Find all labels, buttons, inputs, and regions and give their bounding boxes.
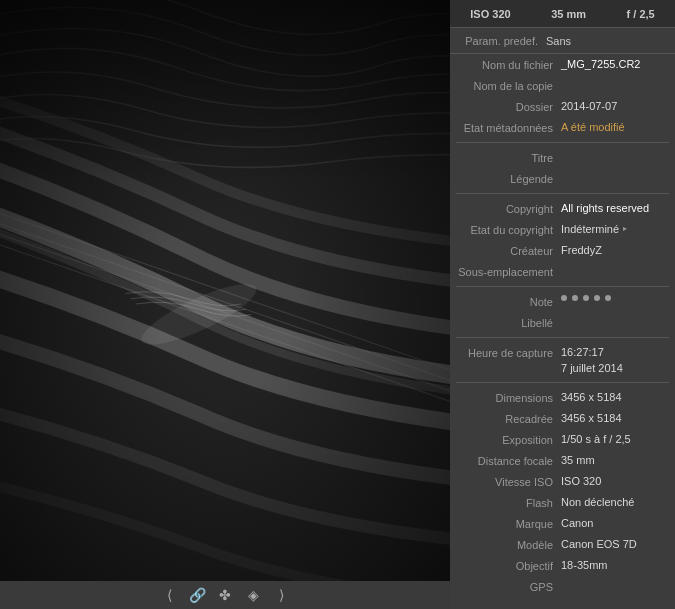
svg-rect-7 xyxy=(0,0,450,609)
distance-focale-val: 35 mm xyxy=(561,452,669,468)
dossier-val: 2014-07-07 xyxy=(561,98,669,114)
heure-capture-val: 16:27:17 7 juillet 2014 xyxy=(561,344,669,376)
iso-stat: ISO 320 xyxy=(470,8,510,20)
marque-val: Canon xyxy=(561,515,669,531)
nom-copie-row: Nom de la copie xyxy=(450,75,675,96)
nom-fichier-row: Nom du fichier _MG_7255.CR2 xyxy=(450,54,675,75)
divider-1 xyxy=(456,142,669,143)
recadree-val: 3456 x 5184 xyxy=(561,410,669,426)
etat-meta-key: Etat métadonnées xyxy=(456,119,561,136)
flash-key: Flash xyxy=(456,494,561,511)
note-dots xyxy=(561,293,611,301)
legende-row: Légende xyxy=(450,168,675,189)
toolbar-icon-3[interactable]: ✤ xyxy=(215,585,235,605)
flash-val: Non déclenché xyxy=(561,494,669,510)
copyright-key: Copyright xyxy=(456,200,561,217)
distance-focale-row: Distance focale 35 mm xyxy=(450,450,675,471)
nom-copie-key: Nom de la copie xyxy=(456,77,561,94)
gps-row: GPS xyxy=(450,576,675,597)
exposition-row: Exposition 1/50 s à f / 2,5 xyxy=(450,429,675,450)
dimensions-key: Dimensions xyxy=(456,389,561,406)
aperture-stat: f / 2,5 xyxy=(627,8,655,20)
camera-bar: ISO 320 35 mm f / 2,5 xyxy=(450,0,675,28)
toolbar-icon-5[interactable]: ⟩ xyxy=(271,585,291,605)
libelle-key: Libellé xyxy=(456,314,561,331)
recadree-row: Recadrée 3456 x 5184 xyxy=(450,408,675,429)
toolbar-icon-1[interactable]: ⟨ xyxy=(159,585,179,605)
etat-meta-val: A été modifié xyxy=(561,119,669,135)
etat-copyright-val: Indéterminé ▸ xyxy=(561,221,669,237)
exposition-key: Exposition xyxy=(456,431,561,448)
divider-2 xyxy=(456,193,669,194)
objectif-row: Objectif 18-35mm xyxy=(450,555,675,576)
copyright-row: Copyright All rights reserved xyxy=(450,198,675,219)
modele-row: Modèle Canon EOS 7D xyxy=(450,534,675,555)
heure-capture-key: Heure de capture xyxy=(456,344,561,361)
objectif-key: Objectif xyxy=(456,557,561,574)
toolbar-icon-4[interactable]: ◈ xyxy=(243,585,263,605)
recadree-key: Recadrée xyxy=(456,410,561,427)
photo-panel: ⟨ 🔗 ✤ ◈ ⟩ xyxy=(0,0,450,609)
heure-capture-row: Heure de capture 16:27:17 7 juillet 2014 xyxy=(450,342,675,378)
note-dot-4[interactable] xyxy=(594,295,600,301)
exposition-val: 1/50 s à f / 2,5 xyxy=(561,431,669,447)
legende-key: Légende xyxy=(456,170,561,187)
dossier-row: Dossier 2014-07-07 xyxy=(450,96,675,117)
sous-emplacement-row: Sous-emplacement xyxy=(450,261,675,282)
titre-row: Titre xyxy=(450,147,675,168)
toolbar-icon-2[interactable]: 🔗 xyxy=(187,585,207,605)
divider-4 xyxy=(456,337,669,338)
vitesse-iso-row: Vitesse ISO ISO 320 xyxy=(450,471,675,492)
note-dot-1[interactable] xyxy=(561,295,567,301)
modele-key: Modèle xyxy=(456,536,561,553)
etat-meta-row: Etat métadonnées A été modifié xyxy=(450,117,675,138)
vitesse-iso-key: Vitesse ISO xyxy=(456,473,561,490)
etat-copyright-row: Etat du copyright Indéterminé ▸ xyxy=(450,219,675,240)
vitesse-iso-val: ISO 320 xyxy=(561,473,669,489)
etat-copyright-key: Etat du copyright xyxy=(456,221,561,238)
note-row: Note xyxy=(450,291,675,312)
copyright-val: All rights reserved xyxy=(561,200,669,216)
nom-fichier-val: _MG_7255.CR2 xyxy=(561,56,669,72)
flash-row: Flash Non déclenché xyxy=(450,492,675,513)
preset-label: Param. predef. xyxy=(456,35,546,47)
preset-bar: Param. predef. Sans xyxy=(450,28,675,54)
photo-image xyxy=(0,0,450,609)
metadata-panel: ISO 320 35 mm f / 2,5 Param. predef. San… xyxy=(450,0,675,609)
createur-row: Créateur FreddyZ xyxy=(450,240,675,261)
createur-key: Créateur xyxy=(456,242,561,259)
gps-key: GPS xyxy=(456,578,561,595)
distance-focale-key: Distance focale xyxy=(456,452,561,469)
preset-value: Sans xyxy=(546,35,571,47)
sous-emplacement-key: Sous-emplacement xyxy=(456,263,561,280)
nom-fichier-key: Nom du fichier xyxy=(456,56,561,73)
divider-3 xyxy=(456,286,669,287)
dossier-key: Dossier xyxy=(456,98,561,115)
copyright-dropdown-arrow[interactable]: ▸ xyxy=(623,221,627,237)
marque-key: Marque xyxy=(456,515,561,532)
note-dot-5[interactable] xyxy=(605,295,611,301)
note-key: Note xyxy=(456,293,561,310)
photo-toolbar: ⟨ 🔗 ✤ ◈ ⟩ xyxy=(0,581,450,609)
note-dot-3[interactable] xyxy=(583,295,589,301)
note-dot-2[interactable] xyxy=(572,295,578,301)
focal-stat: 35 mm xyxy=(551,8,586,20)
libelle-row: Libellé xyxy=(450,312,675,333)
marque-row: Marque Canon xyxy=(450,513,675,534)
createur-val: FreddyZ xyxy=(561,242,669,258)
titre-key: Titre xyxy=(456,149,561,166)
objectif-val: 18-35mm xyxy=(561,557,669,573)
modele-val: Canon EOS 7D xyxy=(561,536,669,552)
divider-5 xyxy=(456,382,669,383)
dimensions-val: 3456 x 5184 xyxy=(561,389,669,405)
dimensions-row: Dimensions 3456 x 5184 xyxy=(450,387,675,408)
